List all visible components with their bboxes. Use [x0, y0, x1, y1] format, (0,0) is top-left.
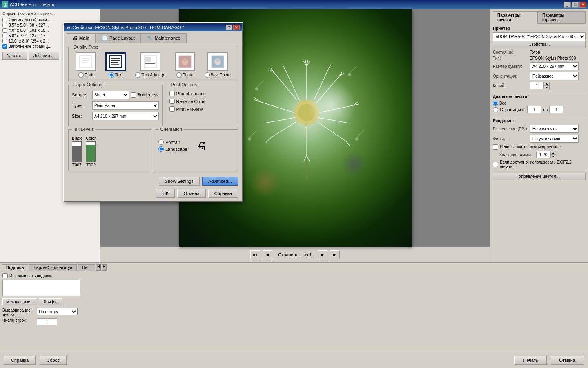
best-photo-icon[interactable]	[207, 52, 228, 71]
tab-page-params[interactable]: Параметры страницы	[538, 11, 586, 24]
best-photo-radio[interactable]	[205, 72, 210, 78]
text-image-radio[interactable]	[135, 72, 140, 78]
pages-from-input[interactable]	[527, 106, 541, 113]
dialog-ok-button[interactable]: OK	[156, 189, 175, 198]
draft-radio[interactable]	[78, 72, 84, 78]
paper-size-select[interactable]: A4 210 x 297 mm	[92, 112, 159, 120]
gamma-checkbox[interactable]	[493, 144, 498, 150]
gamma-down[interactable]: ▼	[550, 155, 556, 158]
minimize-button[interactable]: _	[564, 2, 571, 8]
tabs-scroll-right[interactable]: ▶	[102, 264, 107, 271]
dialog-tab-page-layout[interactable]: 📄 Page Layout	[96, 33, 141, 43]
photo-icon[interactable]	[175, 52, 195, 71]
orientation-dropdown[interactable]: Пейзажное	[530, 72, 579, 80]
gamma-up[interactable]: ▲	[550, 151, 556, 155]
signature-textarea[interactable]	[2, 280, 80, 296]
print-options-title: Print Options	[169, 82, 199, 87]
advanced-button[interactable]: Advanced...	[202, 177, 238, 186]
borderless-checkbox[interactable]	[131, 92, 136, 98]
tabs-scroll-left[interactable]: ◀	[96, 264, 101, 271]
draft-icon[interactable]	[76, 52, 96, 71]
font-button[interactable]: Шрифт...	[39, 298, 62, 305]
checkbox-50-input[interactable]	[2, 34, 7, 38]
checkbox-fill-input[interactable]	[2, 44, 7, 49]
reverse-order-checkbox[interactable]	[169, 99, 175, 104]
properties-button[interactable]: Свойства...	[493, 40, 586, 48]
reset-button[interactable]: Сброс	[40, 356, 67, 365]
gamma-check-row: Использовать гамма-коррекцию:	[493, 144, 586, 150]
photo-enhance-checkbox[interactable]	[169, 91, 175, 96]
printer-orientation-icon: 🖨	[192, 136, 211, 155]
copies-up[interactable]: ▲	[544, 82, 550, 85]
title-bar-buttons: _ □ ✕	[564, 2, 586, 8]
prev-page-button[interactable]: ◀	[263, 250, 272, 259]
type-label: Тип:	[493, 56, 530, 61]
paper-size-dropdown[interactable]: A4 210 x 297 mm	[530, 62, 579, 70]
text-radio[interactable]	[109, 72, 114, 78]
checkbox-35-input[interactable]	[2, 23, 7, 27]
dialog-tab-maintenance[interactable]: 🔧 Maintenance	[141, 33, 187, 43]
copies-down[interactable]: ▼	[544, 85, 550, 89]
add-button[interactable]: Добавить...	[29, 52, 59, 60]
color-level: T009	[86, 163, 96, 167]
photo-radio-row: Photo	[176, 72, 193, 78]
all-pages-radio[interactable]	[493, 101, 498, 106]
lines-input[interactable]	[37, 318, 57, 325]
photo-enhance-row: PhotoEnhance	[169, 91, 234, 96]
dialog-help-button[interactable]: Справка	[208, 189, 238, 198]
cancel-button[interactable]: Отмена	[551, 356, 584, 365]
text-image-icon[interactable]	[140, 52, 160, 71]
help-button[interactable]: Справка	[4, 356, 36, 365]
source-label: Source:	[72, 92, 92, 97]
portrait-radio[interactable]	[158, 139, 164, 145]
source-select[interactable]: Sheet	[92, 91, 129, 99]
gamma-input[interactable]	[536, 151, 550, 158]
exif-checkbox[interactable]	[493, 162, 498, 167]
printer-dropdown[interactable]: \\DOM-DARAGOY\EPSON Stylus Photo 90...	[493, 32, 586, 40]
checkbox-original-label: Оригинальный разм...	[9, 18, 50, 22]
checkbox-original-input[interactable]	[2, 18, 7, 22]
dialog-title-bar: 🖨 Свойства: EPSON Stylus Photo 900 - DOM…	[64, 23, 242, 31]
quality-section: Quality Type	[68, 47, 238, 81]
align-dropdown[interactable]: По центру	[37, 308, 78, 315]
tab-print-params[interactable]: Параметры печати	[493, 11, 538, 24]
tab-signature[interactable]: Подпись	[2, 264, 28, 271]
filter-dropdown[interactable]: По умолчанию	[530, 135, 579, 143]
ppi-dropdown[interactable]: Не изменять	[530, 125, 579, 133]
svg-line-28	[328, 65, 331, 70]
show-settings-button[interactable]: Show Settings	[159, 177, 200, 186]
last-page-button[interactable]: ⏭	[330, 250, 340, 259]
landscape-radio[interactable]	[158, 146, 164, 152]
dialog-help-button[interactable]: ?	[226, 25, 232, 30]
photo-radio[interactable]	[176, 72, 182, 78]
dialog-cancel-button[interactable]: Отмена	[177, 189, 205, 198]
metadata-button[interactable]: Метаданные...	[2, 298, 37, 305]
use-signature-checkbox[interactable]	[2, 273, 8, 278]
type-value: EPSON Stylus Photo 900	[530, 56, 586, 61]
text-icon[interactable]	[105, 52, 126, 71]
close-button[interactable]: ✕	[579, 2, 586, 8]
dialog-tab-main[interactable]: 🖨 Main	[67, 33, 96, 43]
title-bar: 🖨 ACDSee Pro - Печать _ □ ✕	[0, 0, 588, 9]
checkbox-40-input[interactable]	[2, 28, 7, 33]
maximize-button[interactable]: □	[572, 2, 579, 8]
print-preview-checkbox[interactable]	[169, 106, 175, 112]
paper-type-label: Type:	[72, 103, 92, 108]
dialog-close-button[interactable]: ✕	[233, 25, 240, 30]
bottom-tabs: Подпись Верхний колонтитул Ни... ◀ ▶	[0, 263, 588, 271]
best-photo-radio-row: Best Photo	[205, 72, 231, 78]
svg-line-35	[350, 66, 357, 74]
svg-point-59	[216, 58, 220, 62]
paper-type-select[interactable]: Plain Paper	[92, 101, 159, 110]
print-button[interactable]: Печать	[514, 356, 546, 365]
pages-to-input[interactable]	[549, 106, 564, 113]
color-mgmt-button[interactable]: Управление цветом...	[493, 173, 586, 180]
checkbox-100-input[interactable]	[2, 39, 7, 43]
delete-button[interactable]: Удалить	[2, 52, 27, 60]
next-page-button[interactable]: ▶	[318, 250, 327, 259]
first-page-button[interactable]: ⏮	[250, 250, 260, 259]
tab-footer[interactable]: Ни...	[78, 264, 95, 271]
pages-from-radio[interactable]	[493, 107, 498, 112]
copies-input[interactable]	[530, 82, 544, 89]
tab-header[interactable]: Верхний колонтитул	[29, 264, 77, 271]
